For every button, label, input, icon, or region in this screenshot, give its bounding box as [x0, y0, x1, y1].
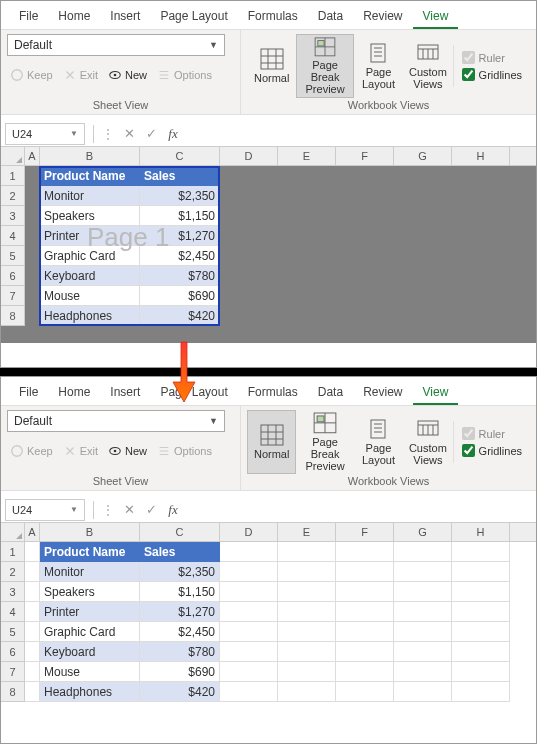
- gridlines-checkbox[interactable]: Gridlines: [462, 68, 522, 81]
- new-button[interactable]: New: [105, 442, 150, 460]
- tab-file[interactable]: File: [9, 5, 48, 29]
- cell[interactable]: [25, 662, 40, 682]
- cell[interactable]: [278, 542, 336, 562]
- select-all-corner[interactable]: [1, 523, 25, 541]
- cell[interactable]: [25, 166, 40, 186]
- table-row[interactable]: 4Printer$1,270: [1, 602, 536, 622]
- cell[interactable]: [452, 286, 510, 306]
- table-row[interactable]: 8Headphones$420: [1, 682, 536, 702]
- cell[interactable]: [25, 642, 40, 662]
- cell[interactable]: [336, 166, 394, 186]
- cell[interactable]: [25, 226, 40, 246]
- cell[interactable]: [278, 246, 336, 266]
- cell[interactable]: [336, 306, 394, 326]
- cell[interactable]: [220, 226, 278, 246]
- cell[interactable]: [278, 622, 336, 642]
- select-all-corner[interactable]: [1, 147, 25, 165]
- col-header-f[interactable]: F: [336, 523, 394, 541]
- cell[interactable]: $420: [140, 306, 220, 326]
- custom-views-button[interactable]: Custom Views: [403, 410, 452, 474]
- cell[interactable]: [394, 542, 452, 562]
- cell[interactable]: [25, 542, 40, 562]
- col-header-g[interactable]: G: [394, 147, 452, 165]
- cell[interactable]: [278, 562, 336, 582]
- cell[interactable]: [452, 582, 510, 602]
- cell[interactable]: $1,150: [140, 206, 220, 226]
- cell[interactable]: [278, 166, 336, 186]
- col-header-e[interactable]: E: [278, 147, 336, 165]
- cell[interactable]: $420: [140, 682, 220, 702]
- sheet-view-dropdown[interactable]: Default ▼: [7, 34, 225, 56]
- tab-review[interactable]: Review: [353, 5, 412, 29]
- table-row[interactable]: 3Speakers$1,150: [1, 582, 536, 602]
- col-header-a[interactable]: A: [25, 523, 40, 541]
- tab-home[interactable]: Home: [48, 5, 100, 29]
- cell[interactable]: [336, 682, 394, 702]
- cell[interactable]: [452, 166, 510, 186]
- col-header-g[interactable]: G: [394, 523, 452, 541]
- row-header[interactable]: 5: [1, 246, 25, 266]
- cell[interactable]: [336, 266, 394, 286]
- row-header[interactable]: 4: [1, 602, 25, 622]
- cell[interactable]: [336, 642, 394, 662]
- name-box[interactable]: U24 ▼: [5, 499, 85, 521]
- page-break-preview-button[interactable]: Page Break Preview: [296, 34, 353, 98]
- cell[interactable]: [220, 542, 278, 562]
- table-row[interactable]: 4Printer$1,270: [1, 226, 536, 246]
- cell[interactable]: [278, 266, 336, 286]
- cell[interactable]: [452, 226, 510, 246]
- col-header-d[interactable]: D: [220, 523, 278, 541]
- row-header[interactable]: 5: [1, 622, 25, 642]
- table-row[interactable]: 2Monitor$2,350: [1, 562, 536, 582]
- cell[interactable]: [25, 582, 40, 602]
- cell[interactable]: $780: [140, 642, 220, 662]
- cell[interactable]: Product Name: [40, 166, 140, 186]
- col-header-e[interactable]: E: [278, 523, 336, 541]
- cell[interactable]: [336, 206, 394, 226]
- cell[interactable]: [220, 186, 278, 206]
- cell[interactable]: Monitor: [40, 562, 140, 582]
- table-row[interactable]: 1Product NameSales: [1, 166, 536, 186]
- cell[interactable]: [452, 246, 510, 266]
- cell[interactable]: [25, 562, 40, 582]
- cell[interactable]: $1,150: [140, 582, 220, 602]
- cell[interactable]: [394, 246, 452, 266]
- tab-formulas[interactable]: Formulas: [238, 5, 308, 29]
- cell[interactable]: [452, 602, 510, 622]
- cell[interactable]: [336, 246, 394, 266]
- cell[interactable]: [336, 582, 394, 602]
- cell[interactable]: $2,350: [140, 186, 220, 206]
- cell[interactable]: Sales: [140, 542, 220, 562]
- new-button[interactable]: New: [105, 66, 150, 84]
- cell[interactable]: [452, 662, 510, 682]
- gridlines-checkbox[interactable]: Gridlines: [462, 444, 522, 457]
- cell[interactable]: [25, 622, 40, 642]
- tab-home[interactable]: Home: [48, 381, 100, 405]
- table-row[interactable]: 5Graphic Card$2,450: [1, 622, 536, 642]
- name-box[interactable]: U24 ▼: [5, 123, 85, 145]
- table-row[interactable]: 1Product NameSales: [1, 542, 536, 562]
- cell[interactable]: [394, 582, 452, 602]
- col-header-c[interactable]: C: [140, 147, 220, 165]
- table-row[interactable]: 3Speakers$1,150: [1, 206, 536, 226]
- cell[interactable]: [278, 286, 336, 306]
- spreadsheet-grid-page-break[interactable]: A B C D E F G H 1Product NameSales2Monit…: [1, 147, 536, 343]
- tab-page-layout[interactable]: Page Layout: [150, 5, 237, 29]
- col-header-h[interactable]: H: [452, 147, 510, 165]
- table-row[interactable]: 5Graphic Card$2,450: [1, 246, 536, 266]
- cell[interactable]: Speakers: [40, 582, 140, 602]
- cell[interactable]: [278, 582, 336, 602]
- normal-view-button[interactable]: Normal: [247, 410, 296, 474]
- cell[interactable]: [220, 206, 278, 226]
- tab-data[interactable]: Data: [308, 381, 353, 405]
- table-row[interactable]: 6Keyboard$780: [1, 642, 536, 662]
- row-header[interactable]: 4: [1, 226, 25, 246]
- table-row[interactable]: 7Mouse$690: [1, 286, 536, 306]
- page-layout-button[interactable]: Page Layout: [354, 34, 403, 98]
- cell[interactable]: [336, 542, 394, 562]
- tab-insert[interactable]: Insert: [100, 381, 150, 405]
- formula-input[interactable]: [184, 123, 536, 145]
- cell[interactable]: $1,270: [140, 226, 220, 246]
- normal-view-button[interactable]: Normal: [247, 34, 296, 98]
- cell[interactable]: [220, 266, 278, 286]
